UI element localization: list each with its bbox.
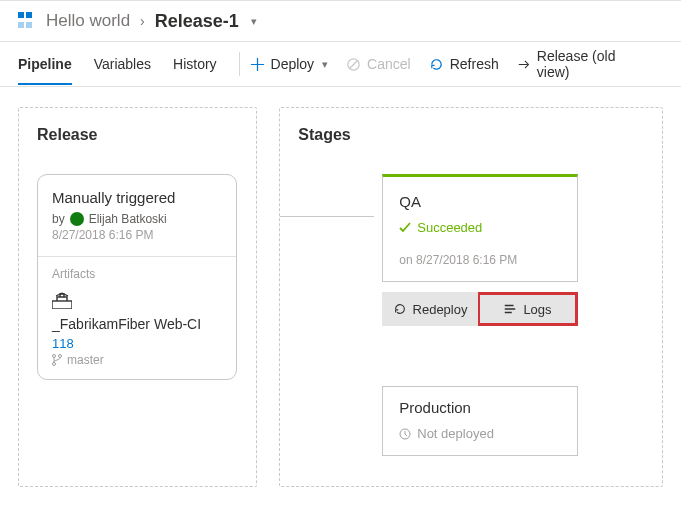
artifacts-label: Artifacts — [52, 267, 222, 281]
svg-point-4 — [53, 363, 56, 366]
svg-point-3 — [59, 355, 62, 358]
cancel-button: Cancel — [346, 56, 411, 72]
stage-status: Succeeded — [399, 220, 561, 235]
release-timestamp: 8/27/2018 6:16 PM — [52, 228, 222, 242]
refresh-icon — [429, 57, 444, 72]
tab-pipeline[interactable]: Pipeline — [18, 56, 72, 72]
release-panel-title: Release — [37, 126, 244, 144]
redeploy-button[interactable]: Redeploy — [382, 292, 478, 326]
content-area: Release Manually triggered by Elijah Bat… — [0, 87, 681, 507]
divider — [38, 256, 236, 257]
branch-row: master — [52, 353, 222, 367]
separator — [239, 52, 240, 76]
tab-variables[interactable]: Variables — [94, 56, 151, 72]
connector-line — [280, 216, 374, 217]
artifact-name: _FabrikamFiber Web-CI — [52, 316, 222, 332]
arrow-right-icon — [517, 57, 531, 72]
plus-icon — [250, 57, 265, 72]
logs-button[interactable]: Logs — [478, 292, 579, 326]
check-icon — [399, 222, 411, 234]
branch-icon — [52, 354, 62, 366]
stage-card-production[interactable]: Production Not deployed — [382, 386, 578, 456]
stage-name: Production — [399, 399, 561, 416]
pipeline-logo-icon — [18, 12, 36, 30]
avatar — [70, 212, 84, 226]
chevron-down-icon: ▾ — [322, 58, 328, 71]
svg-point-2 — [53, 355, 56, 358]
refresh-button[interactable]: Refresh — [429, 56, 499, 72]
clock-icon — [399, 428, 411, 440]
stage-timestamp: on 8/27/2018 6:16 PM — [399, 253, 561, 267]
stages-panel: Stages QA Succeeded on 8/27/2018 6:16 PM… — [279, 107, 663, 487]
build-number-link[interactable]: 118 — [52, 336, 222, 351]
deploy-button[interactable]: Deploy ▾ — [250, 56, 329, 72]
svg-rect-1 — [52, 301, 72, 309]
branch-name: master — [67, 353, 104, 367]
stage-actions: Redeploy Logs — [382, 292, 578, 326]
chevron-right-icon: › — [140, 13, 145, 29]
redeploy-icon — [393, 302, 407, 316]
breadcrumb-bar: Hello world › Release-1 ▾ — [0, 0, 681, 42]
tab-history[interactable]: History — [173, 56, 217, 72]
stage-card-qa[interactable]: QA Succeeded on 8/27/2018 6:16 PM — [382, 174, 578, 282]
author-row: by Elijah Batkoski — [52, 212, 222, 226]
breadcrumb-current[interactable]: Release-1 — [155, 11, 239, 32]
cancel-icon — [346, 57, 361, 72]
release-old-view-button[interactable]: Release (old view) — [517, 48, 645, 80]
artifact-build-icon — [52, 291, 72, 309]
breadcrumb-root[interactable]: Hello world — [46, 11, 130, 31]
logs-icon — [503, 302, 517, 316]
release-card[interactable]: Manually triggered by Elijah Batkoski 8/… — [37, 174, 237, 380]
release-panel: Release Manually triggered by Elijah Bat… — [18, 107, 257, 487]
author-name: Elijah Batkoski — [89, 212, 167, 226]
chevron-down-icon[interactable]: ▾ — [251, 15, 257, 28]
trigger-title: Manually triggered — [52, 189, 222, 206]
tab-bar: Pipeline Variables History Deploy ▾ Canc… — [0, 42, 681, 87]
stages-panel-title: Stages — [298, 126, 650, 144]
stage-name: QA — [399, 193, 561, 210]
stage-status: Not deployed — [399, 426, 561, 441]
